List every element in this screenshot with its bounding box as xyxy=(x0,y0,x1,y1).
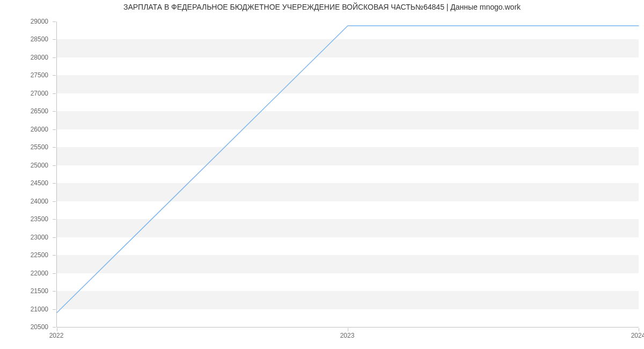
y-tick-label: 28500 xyxy=(31,35,48,43)
y-tick-label: 28000 xyxy=(31,54,48,61)
y-tick-label: 29000 xyxy=(31,18,48,25)
y-tick-label: 22500 xyxy=(31,251,48,259)
y-tick-label: 25500 xyxy=(31,143,48,151)
y-axis-labels: 2050021000215002200022500230002350024000… xyxy=(0,21,54,328)
x-tick-label: 2023 xyxy=(340,332,355,339)
chart-container: ЗАРПЛАТА В ФЕДЕРАЛЬНОЕ БЮДЖЕТНОЕ УЧЕРЕЖД… xyxy=(0,0,644,349)
x-tick xyxy=(639,328,639,331)
y-tick-label: 24000 xyxy=(31,198,48,205)
line-layer xyxy=(57,21,639,327)
x-axis-labels: 202220232024 xyxy=(56,328,639,344)
y-tick-label: 21500 xyxy=(31,287,48,295)
y-tick-label: 20500 xyxy=(31,323,48,331)
y-tick-label: 27000 xyxy=(31,90,48,97)
x-tick-label: 2024 xyxy=(631,332,644,339)
y-tick-label: 26500 xyxy=(31,107,48,115)
y-tick-label: 25000 xyxy=(31,162,48,169)
y-tick-label: 26000 xyxy=(31,126,48,133)
y-tick-label: 23500 xyxy=(31,215,48,223)
series-line xyxy=(57,26,639,312)
chart-title: ЗАРПЛАТА В ФЕДЕРАЛЬНОЕ БЮДЖЕТНОЕ УЧЕРЕЖД… xyxy=(0,3,644,11)
y-tick-label: 22000 xyxy=(31,270,48,277)
y-tick-label: 23000 xyxy=(31,234,48,241)
x-tick-label: 2022 xyxy=(49,332,64,339)
y-tick-label: 24500 xyxy=(31,179,48,187)
plot-area xyxy=(56,21,639,328)
y-tick-label: 21000 xyxy=(31,306,48,313)
y-tick-label: 27500 xyxy=(31,71,48,79)
